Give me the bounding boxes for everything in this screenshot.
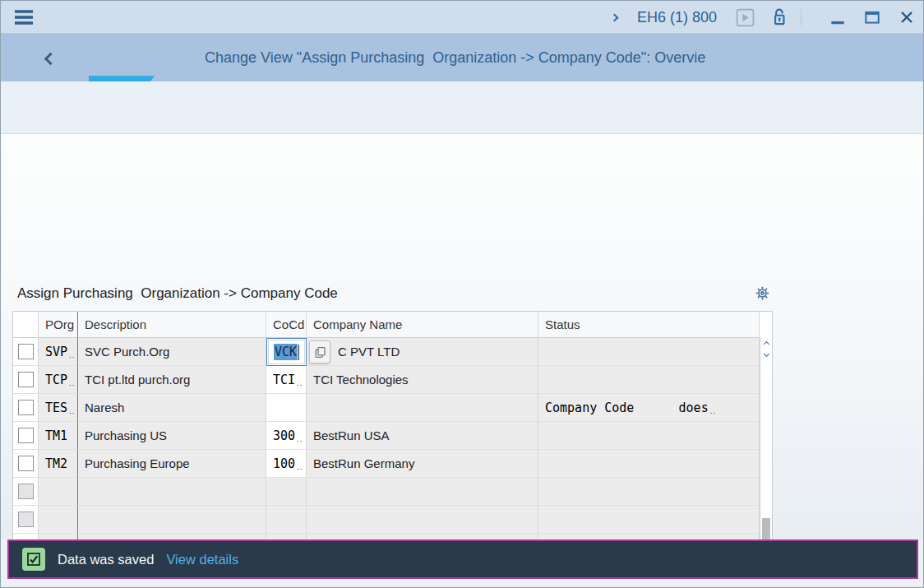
truncation-mark: .. [69,350,76,365]
main-content: Assign Purchasing Organization -> Compan… [1,134,924,539]
scroll-down-button[interactable] [760,350,772,361]
description-cell[interactable]: TCI pt.ltd purch.org [78,366,266,394]
company-cell[interactable] [307,506,538,534]
stop-transaction-icon[interactable] [735,7,755,27]
success-checkbox-icon [22,548,45,571]
row-checkbox[interactable] [18,344,34,359]
table-row: SVP.. SVC Purch.Org VCK C PVT LTD [13,338,772,366]
company-cell[interactable]: C PVT LTD [307,338,538,366]
cocd-cell[interactable] [266,506,307,534]
view-details-link[interactable]: View details [166,552,238,567]
row-checkbox[interactable] [18,512,34,527]
text-caret [298,345,299,360]
column-header-status[interactable]: Status [538,312,760,338]
status-bar: Data was saved View details [7,539,918,579]
system-chevron-icon[interactable] [610,13,618,21]
cocd-input-focused[interactable]: VCK [266,338,307,366]
cocd-input[interactable]: TCI.. [266,366,307,394]
description-cell[interactable]: SVC Purch.Org [78,338,266,366]
status-cell[interactable] [538,450,760,478]
status-cell[interactable] [538,338,760,366]
column-header-description[interactable]: Description [78,312,266,338]
cocd-cell[interactable] [266,478,307,506]
table-row-empty [13,478,772,506]
porg-cell[interactable] [39,506,78,534]
porg-cell[interactable]: TM1 [39,422,78,450]
company-cell[interactable]: BestRun Germany [307,450,538,478]
column-header-cocd[interactable]: CoCd [266,312,307,338]
section-heading: Assign Purchasing Organization -> Compan… [17,285,338,302]
status-cell[interactable] [538,366,760,394]
system-bar: EH6 (1) 800 [1,1,924,34]
table-row: TES.. Naresh Company Code does.. [13,394,772,422]
company-cell[interactable] [307,478,538,506]
system-session-label: EH6 (1) 800 [637,9,717,26]
company-cell[interactable] [307,394,538,422]
maximize-button[interactable] [862,7,882,27]
back-icon[interactable] [46,52,55,67]
table-row-empty [13,506,772,534]
menu-hamburger-icon[interactable] [12,7,35,27]
porg-cell[interactable]: TM2 [39,450,78,478]
porg-cell[interactable]: SVP.. [39,338,78,366]
column-header-porg[interactable]: POrg [39,312,78,338]
row-checkbox[interactable] [18,484,34,499]
truncation-mark: .. [297,378,303,393]
cocd-input[interactable]: 300.. [266,422,307,450]
assignment-table: POrg Description CoCd Company Name Statu… [12,311,773,574]
gear-icon[interactable] [754,285,772,303]
column-header-company[interactable]: Company Name [307,312,538,338]
truncation-mark: .. [297,462,303,477]
scroll-up-button[interactable] [760,338,772,350]
page-title: Change View "Assign Purchasing Organizat… [205,34,705,81]
porg-cell[interactable]: TES.. [39,394,78,422]
table-row: TCP.. TCI pt.ltd purch.org TCI.. TCI Tec… [13,366,772,394]
truncation-mark: .. [297,434,303,449]
status-message: Data was saved [58,552,154,567]
truncation-mark: .. [69,378,76,393]
status-cell[interactable] [538,478,760,506]
table-header-row: POrg Description CoCd Company Name Statu… [13,312,772,338]
description-cell[interactable]: Purchasing US [78,422,266,450]
toolbar: Cancel More Exit [1,81,924,134]
cocd-input[interactable] [266,394,307,422]
cocd-input[interactable]: 100.. [266,450,307,478]
table-row: TM1 Purchasing US 300.. BestRun USA [13,422,772,450]
truncation-mark: .. [710,406,717,421]
porg-cell[interactable] [39,478,78,506]
system-bar-right: EH6 (1) 800 [612,1,917,34]
header-select-cell[interactable] [13,312,39,338]
copy-button[interactable] [309,340,330,363]
row-checkbox[interactable] [18,428,34,443]
truncation-mark: .. [69,406,76,421]
company-cell[interactable]: TCI Technologies [307,366,538,394]
status-cell[interactable] [538,422,760,450]
sap-gui-window: EH6 (1) 800 SAP Change View "Assign Purc… [0,0,924,588]
description-cell[interactable]: Naresh [78,394,266,422]
row-checkbox[interactable] [18,400,34,415]
unlock-icon[interactable] [769,7,789,27]
company-cell[interactable]: BestRun USA [307,422,538,450]
close-button[interactable] [897,7,917,27]
description-cell[interactable]: Purchasing Europe [78,450,266,478]
vertical-scroll-thumb[interactable] [762,518,770,542]
divider [801,9,802,25]
porg-cell[interactable]: TCP.. [39,366,78,394]
description-cell[interactable] [78,506,266,534]
status-cell[interactable]: Company Code does.. [538,394,760,422]
app-header: SAP Change View "Assign Purchasing Organ… [1,34,924,81]
status-cell[interactable] [538,506,760,534]
row-checkbox[interactable] [18,456,34,471]
description-cell[interactable] [78,478,266,506]
table-row: TM2 Purchasing Europe 100.. BestRun Germ… [13,450,772,478]
minimize-button[interactable] [828,7,848,27]
vertical-scrollbar[interactable] [760,338,772,562]
row-checkbox[interactable] [18,372,34,387]
